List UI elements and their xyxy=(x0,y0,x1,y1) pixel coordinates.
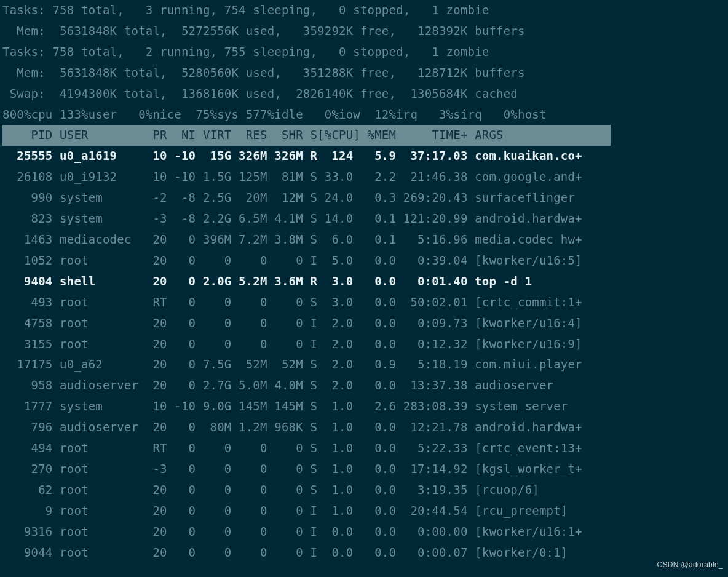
column-headers: PID USER PR NI VIRT RES SHR S[%CPU] %MEM… xyxy=(2,125,611,146)
process-row: 796 audioserver 20 0 80M 1.2M 968K S 1.0… xyxy=(2,417,726,438)
process-row: 4758 root 20 0 0 0 0 I 2.0 0.0 0:09.73 [… xyxy=(2,313,726,334)
process-row: 26108 u0_i9132 10 -10 1.5G 125M 81M S 33… xyxy=(2,167,726,188)
process-row: 9044 root 20 0 0 0 0 I 0.0 0.0 0:00.07 [… xyxy=(2,543,726,563)
process-row: 62 root 20 0 0 0 0 S 1.0 0.0 3:19.35 [rc… xyxy=(2,480,726,501)
process-row: 25555 u0_a1619 10 -10 15G 326M 326M R 12… xyxy=(2,146,726,167)
summary-line: Tasks: 758 total, 2 running, 755 sleepin… xyxy=(2,42,726,63)
process-row: 17175 u0_a62 20 0 7.5G 52M 52M S 2.0 0.9… xyxy=(2,354,726,375)
process-row: 823 system -3 -8 2.2G 6.5M 4.1M S 14.0 0… xyxy=(2,209,726,229)
watermark: CSDN @adorable_ xyxy=(657,555,723,576)
process-row: 990 system -2 -8 2.5G 20M 12M S 24.0 0.3… xyxy=(2,188,726,209)
process-row: 1052 root 20 0 0 0 0 I 5.0 0.0 0:39.04 [… xyxy=(2,250,726,271)
summary-line: Mem: 5631848K total, 5280560K used, 3512… xyxy=(2,63,726,84)
process-row: 1463 mediacodec 20 0 396M 7.2M 3.8M S 6.… xyxy=(2,229,726,250)
process-row: 494 root RT 0 0 0 0 S 1.0 0.0 5:22.33 [c… xyxy=(2,438,726,459)
process-row: 9404 shell 20 0 2.0G 5.2M 3.6M R 3.0 0.0… xyxy=(2,271,726,292)
process-row: 3155 root 20 0 0 0 0 I 2.0 0.0 0:12.32 [… xyxy=(2,334,726,355)
summary-block: Tasks: 758 total, 3 running, 754 sleepin… xyxy=(2,0,726,125)
process-table: 25555 u0_a1619 10 -10 15G 326M 326M R 12… xyxy=(2,146,726,563)
column-header-row: PID USER PR NI VIRT RES SHR S[%CPU] %MEM… xyxy=(2,125,726,146)
process-row: 493 root RT 0 0 0 0 S 3.0 0.0 50:02.01 [… xyxy=(2,292,726,313)
summary-line: Swap: 4194300K total, 1368160K used, 282… xyxy=(2,84,726,105)
summary-line: 800%cpu 133%user 0%nice 75%sys 577%idle … xyxy=(2,105,726,125)
process-row: 9316 root 20 0 0 0 0 I 0.0 0.0 0:00.00 [… xyxy=(2,522,726,543)
process-row: 9 root 20 0 0 0 0 I 1.0 0.0 20:44.54 [rc… xyxy=(2,501,726,522)
process-row: 270 root -3 0 0 0 0 S 1.0 0.0 17:14.92 [… xyxy=(2,459,726,480)
summary-line: Tasks: 758 total, 3 running, 754 sleepin… xyxy=(2,0,726,21)
summary-line: Mem: 5631848K total, 5272556K used, 3592… xyxy=(2,21,726,42)
terminal: { "summary": [ "Tasks: 758 total, 3 runn… xyxy=(0,0,728,577)
process-row: 1777 system 10 -10 9.0G 145M 145M S 1.0 … xyxy=(2,396,726,417)
process-row: 958 audioserver 20 0 2.7G 5.0M 4.0M S 2.… xyxy=(2,375,726,396)
